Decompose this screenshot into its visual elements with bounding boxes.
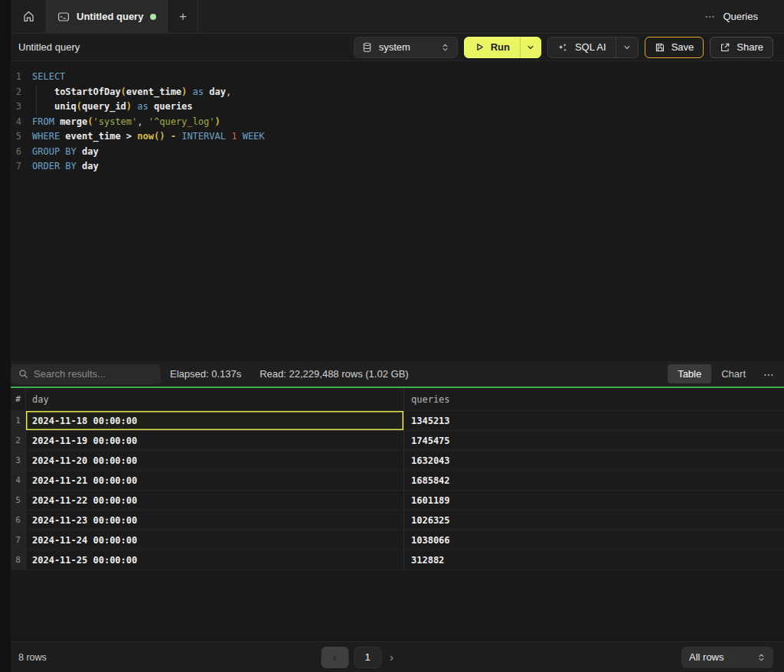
code-text: FROM merge('system', '^query_log')	[32, 115, 220, 130]
code-line[interactable]: 6GROUP BY day	[11, 145, 784, 160]
code-text: WHERE event_time > now() - INTERVAL 1 WE…	[32, 129, 265, 145]
column-header-queries[interactable]: queries	[404, 388, 784, 410]
cell-queries[interactable]: 1685842	[404, 471, 784, 490]
cell-day[interactable]: 2024-11-22 00:00:00	[26, 491, 404, 510]
cell-queries[interactable]: 312882	[404, 550, 784, 569]
sql-ai-split-button: SQL AI	[547, 37, 639, 58]
row-number[interactable]: 8	[11, 550, 26, 569]
select-updown-icon	[441, 43, 449, 52]
database-select-value: system	[379, 41, 410, 53]
search-results-input[interactable]	[34, 368, 153, 380]
line-number: 1	[11, 70, 21, 85]
save-label: Save	[671, 41, 694, 53]
sql-editor[interactable]: 1SELECT2 toStartOfDay(event_time) as day…	[11, 61, 784, 361]
row-number[interactable]: 2	[11, 431, 26, 450]
query-title: Untitled query	[18, 41, 80, 53]
line-number: 2	[11, 85, 21, 100]
column-header-index[interactable]: #	[11, 388, 26, 410]
table-row: 62024-11-23 00:00:001026325	[11, 511, 784, 530]
page-size-select[interactable]: All rows	[681, 647, 773, 668]
run-options-button[interactable]	[520, 38, 541, 57]
line-number: 6	[11, 145, 21, 160]
run-button[interactable]: Run	[465, 38, 520, 57]
query-toolbar: Untitled query system	[11, 33, 784, 61]
previous-page-button[interactable]: ‹	[321, 647, 348, 668]
code-line[interactable]: 3 uniq(query_id) as queries	[11, 99, 784, 115]
sql-ai-label: SQL AI	[575, 41, 606, 53]
row-number[interactable]: 1	[11, 411, 26, 430]
view-toggle: Table Chart	[668, 364, 756, 383]
home-icon	[22, 10, 35, 23]
code-text: toStartOfDay(event_time) as day,	[32, 85, 231, 100]
sql-ai-button[interactable]: SQL AI	[548, 38, 616, 57]
sql-ai-options-button[interactable]	[616, 38, 638, 57]
cell-queries[interactable]: 1601189	[404, 491, 784, 510]
code-text: SELECT	[32, 70, 65, 85]
code-text: uniq(query_id) as queries	[32, 99, 193, 115]
left-rail	[0, 0, 11, 672]
cell-day[interactable]: 2024-11-23 00:00:00	[26, 511, 404, 530]
results-footer: 8 rows ‹ 1 › All rows	[11, 641, 784, 672]
code-text: GROUP BY day	[32, 145, 99, 160]
column-header-day[interactable]: day	[26, 388, 404, 410]
cell-day[interactable]: 2024-11-21 00:00:00	[26, 471, 404, 490]
queries-label: Queries	[723, 11, 758, 22]
main-area: Untitled query + ⋯ Queries Untitled quer…	[11, 0, 784, 672]
tab-table-view[interactable]: Table	[668, 364, 711, 383]
line-number: 7	[11, 159, 21, 175]
row-number[interactable]: 3	[11, 451, 26, 470]
code-lines: 1SELECT2 toStartOfDay(event_time) as day…	[11, 70, 784, 175]
results-table: # day queries 12024-11-18 00:00:00134521…	[11, 388, 784, 570]
tab-untitled-query[interactable]: Untitled query	[46, 0, 168, 33]
next-page-button[interactable]: ›	[387, 651, 397, 664]
results-menu-button[interactable]: ⋯	[763, 368, 775, 380]
cell-day[interactable]: 2024-11-20 00:00:00	[26, 451, 404, 470]
ellipsis-icon: ⋯	[763, 368, 775, 380]
code-line[interactable]: 2 toStartOfDay(event_time) as day,	[11, 85, 784, 100]
row-number[interactable]: 6	[11, 511, 26, 530]
row-number[interactable]: 5	[11, 491, 26, 510]
code-text: ORDER BY day	[32, 159, 99, 175]
row-number[interactable]: 4	[11, 471, 26, 490]
cell-queries[interactable]: 1632043	[404, 451, 784, 470]
search-box[interactable]	[11, 364, 161, 384]
tab-chart-view[interactable]: Chart	[711, 364, 756, 383]
tab-label: Untitled query	[77, 11, 143, 22]
cell-queries[interactable]: 1745475	[404, 431, 784, 450]
code-line[interactable]: 4FROM merge('system', '^query_log')	[11, 115, 784, 130]
page-size-value: All rows	[689, 651, 724, 663]
cell-day[interactable]: 2024-11-24 00:00:00	[26, 530, 404, 550]
save-icon	[655, 42, 665, 53]
cell-day[interactable]: 2024-11-19 00:00:00	[26, 431, 404, 450]
indent-guide	[36, 85, 37, 115]
cell-queries[interactable]: 1026325	[404, 511, 784, 530]
code-line[interactable]: 5WHERE event_time > now() - INTERVAL 1 W…	[11, 129, 784, 145]
home-button[interactable]	[11, 0, 46, 33]
queries-button[interactable]: ⋯ Queries	[704, 0, 758, 33]
current-page-button[interactable]: 1	[354, 647, 381, 668]
results-empty-space	[11, 570, 784, 641]
cell-queries[interactable]: 1038066	[404, 530, 784, 550]
row-number[interactable]: 7	[11, 530, 26, 550]
share-button[interactable]: Share	[710, 37, 773, 58]
cell-day[interactable]: 2024-11-25 00:00:00	[26, 550, 404, 569]
chevron-left-icon: ‹	[333, 651, 337, 664]
run-label: Run	[491, 41, 510, 53]
new-tab-button[interactable]: +	[168, 0, 198, 33]
cell-queries[interactable]: 1345213	[404, 411, 784, 430]
chevron-down-icon	[527, 44, 534, 51]
select-updown-icon	[757, 653, 766, 662]
save-button[interactable]: Save	[645, 37, 704, 58]
unsaved-indicator-dot	[150, 14, 156, 20]
sparkles-icon	[557, 42, 568, 53]
run-split-button: Run	[464, 37, 541, 58]
pagination: ‹ 1 ›	[321, 647, 397, 668]
tab-bar: Untitled query + ⋯ Queries	[11, 0, 784, 33]
database-select[interactable]: system	[354, 37, 458, 58]
cell-day[interactable]: 2024-11-18 00:00:00	[26, 411, 404, 430]
results-toolbar: Elapsed: 0.137s Read: 22,229,488 rows (1…	[11, 361, 784, 387]
table-row: 12024-11-18 00:00:001345213	[11, 411, 784, 431]
code-line[interactable]: 7ORDER BY day	[11, 159, 784, 175]
chevron-down-icon	[623, 44, 631, 51]
code-line[interactable]: 1SELECT	[11, 70, 784, 85]
